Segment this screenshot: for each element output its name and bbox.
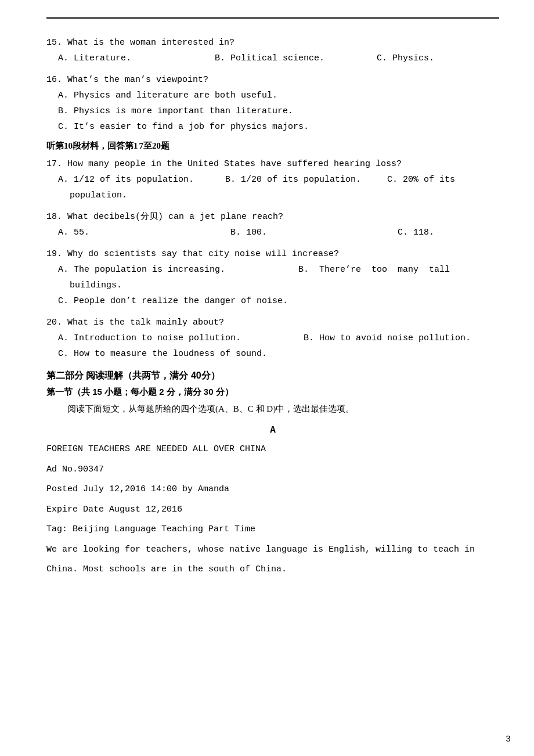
passage-line-6: We are looking for teachers, whose nativ… bbox=[46, 542, 499, 559]
q17-options-line1: A. 1/12 of its population. B. 1/20 of it… bbox=[58, 172, 499, 188]
instruction-text: 阅读下面短文，从每题所给的四个选项(A、B、C 和 D)中，选出最佳选项。 bbox=[67, 401, 499, 417]
q19-options-line1: A. The population is increasing. B. Ther… bbox=[58, 262, 499, 278]
q20-option-c: C. How to measure the loudness of sound. bbox=[58, 346, 499, 362]
section2-header: 第二部分 阅读理解（共两节，满分 40分） bbox=[46, 370, 499, 382]
q16-options: A. Physics and literature are both usefu… bbox=[58, 88, 499, 135]
question-17: 17. How many people in the United States… bbox=[46, 156, 499, 203]
passage-line-3: Posted July 12,2016 14:00 by Amanda bbox=[46, 481, 499, 498]
passage-line-5: Tag: Beijing Language Teaching Part Time bbox=[46, 521, 499, 538]
page-number: 3 bbox=[506, 735, 511, 744]
q16-text: 16. What’s the man’s viewpoint? bbox=[46, 72, 499, 88]
q19-wrap: buildings. bbox=[70, 278, 499, 293]
q15-text: 15. What is the woman interested in? bbox=[46, 35, 499, 51]
q16-option-a: A. Physics and literature are both usefu… bbox=[58, 88, 499, 103]
passage-line-7: China. Most schools are in the south of … bbox=[46, 561, 499, 578]
q20-text: 20. What is the talk mainly about? bbox=[46, 315, 499, 330]
page-container: 15. What is the woman interested in? A. … bbox=[0, 0, 534, 756]
q19-options: A. The population is increasing. B. Ther… bbox=[58, 262, 499, 309]
q18-options: A. 55. B. 100. C. 118. bbox=[58, 225, 499, 240]
question-15: 15. What is the woman interested in? A. … bbox=[46, 35, 499, 66]
q19-option-c: C. People don’t realize the danger of no… bbox=[58, 293, 499, 309]
q16-option-b: B. Physics is more important than litera… bbox=[58, 103, 499, 119]
q19-text: 19. Why do scientists say that city nois… bbox=[46, 246, 499, 262]
passage-line-4: Expire Date August 12,2016 bbox=[46, 502, 499, 519]
q20-options: A. Introduction to noise pollution. B. H… bbox=[58, 330, 499, 362]
passage-line-1: FOREIGN TEACHERS ARE NEEDED ALL OVER CHI… bbox=[46, 441, 499, 458]
q16-option-c: C. It’s easier to find a job for physics… bbox=[58, 119, 499, 135]
passage-a-title: A bbox=[46, 425, 499, 435]
section2-sub-header: 第一节（共 15 小题；每小题 2 分，满分 30 分） bbox=[46, 387, 499, 398]
q15-option-a: A. Literature. B. Political science. C. … bbox=[58, 53, 434, 63]
question-18: 18. What decibels(分贝) can a jet plane re… bbox=[46, 209, 499, 240]
q18-option-a: A. 55. B. 100. C. 118. bbox=[58, 228, 434, 237]
passage-line-2: Ad No.90347 bbox=[46, 462, 499, 478]
q19-option-a: A. The population is increasing. B. Ther… bbox=[58, 262, 450, 278]
listening-section-header: 听第10段材料，回答第1 7至20题 bbox=[46, 141, 499, 152]
q20-options-line1: A. Introduction to noise pollution. B. H… bbox=[58, 330, 499, 346]
q17-text: 17. How many people in the United States… bbox=[46, 156, 499, 172]
q15-options: A. Literature. B. Political science. C. … bbox=[58, 51, 499, 66]
q17-wrap: population. bbox=[70, 188, 499, 203]
question-19: 19. Why do scientists say that city nois… bbox=[46, 246, 499, 309]
top-border bbox=[46, 17, 499, 19]
q17-options: A. 1/12 of its population. B. 1/20 of it… bbox=[58, 172, 499, 203]
q18-text: 18. What decibels(分贝) can a jet plane re… bbox=[46, 209, 499, 225]
question-20: 20. What is the talk mainly about? A. In… bbox=[46, 315, 499, 362]
question-16: 16. What’s the man’s viewpoint? A. Physi… bbox=[46, 72, 499, 135]
